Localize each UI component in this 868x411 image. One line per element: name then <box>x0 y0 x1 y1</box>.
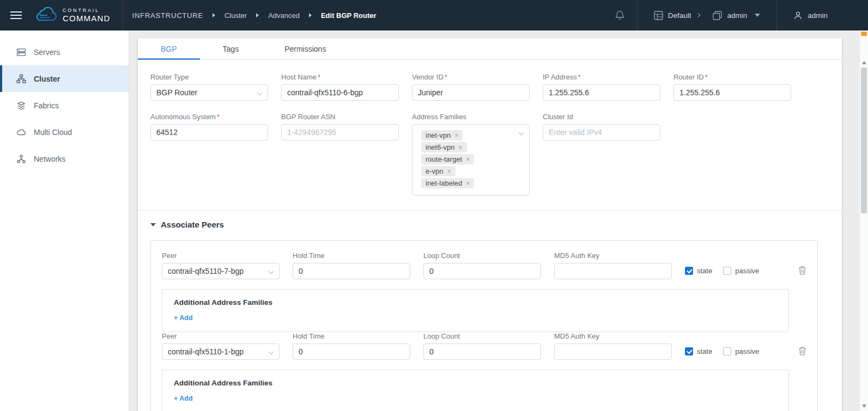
hold-time-input[interactable] <box>293 343 410 360</box>
navbar-divider <box>123 0 123 30</box>
tab-tags[interactable]: Tags <box>200 38 262 59</box>
state-checkbox-label: state <box>697 267 712 275</box>
breadcrumb-current-page: Edit BGP Router <box>321 11 377 20</box>
vertical-scrollbar[interactable] <box>859 30 868 411</box>
host-name-input[interactable] <box>281 84 399 101</box>
cluster-id-field: Cluster Id <box>543 113 660 140</box>
scroll-up-arrow-icon[interactable] <box>862 61 866 64</box>
remove-tag-icon[interactable]: × <box>458 144 462 151</box>
scrollbar-thumb[interactable] <box>861 68 867 213</box>
address-families-multiselect[interactable]: inet-vpn× inet6-vpn× route-target× e-vpn… <box>412 124 530 195</box>
add-address-family-link[interactable]: + Add <box>174 314 193 322</box>
breadcrumb-arrow-icon <box>256 13 259 17</box>
passive-checkbox[interactable] <box>723 347 731 355</box>
user-icon <box>793 11 803 20</box>
domain-selector[interactable]: Default <box>654 11 700 20</box>
router-id-label: Router ID <box>673 73 704 81</box>
vendor-id-label: Vendor ID <box>412 73 444 81</box>
sidebar-item-label: Fabrics <box>34 101 59 110</box>
peer-options: state passive <box>685 266 806 279</box>
cluster-id-label: Cluster Id <box>543 113 660 121</box>
breadcrumb-advanced[interactable]: Advanced <box>268 11 300 20</box>
user-menu[interactable]: admin <box>793 11 828 20</box>
required-asterisk: * <box>578 73 581 81</box>
address-family-tag: route-target× <box>421 154 474 164</box>
sidebar-item-label: Networks <box>34 155 65 163</box>
required-asterisk: * <box>217 113 220 121</box>
user-label: admin <box>808 11 828 20</box>
add-address-family-link[interactable]: + Add <box>174 395 193 402</box>
ip-address-field: IP Address* <box>543 73 660 101</box>
autonomous-system-input[interactable] <box>150 124 268 140</box>
cluster-icon <box>16 74 26 84</box>
hold-time-field: Hold Time <box>293 332 410 360</box>
tab-bar: BGP Tags Permissions <box>138 38 842 60</box>
passive-checkbox[interactable] <box>723 267 731 275</box>
state-checkbox[interactable] <box>685 347 693 355</box>
logo-text-contrail: CONTRAIL <box>63 8 111 13</box>
router-type-select[interactable]: BGP Router <box>150 84 268 101</box>
remove-tag-icon[interactable]: × <box>466 156 470 163</box>
peer-label: Peer <box>162 251 280 260</box>
vendor-id-field: Vendor ID* <box>412 73 530 101</box>
address-family-tag: e-vpn× <box>421 166 456 176</box>
peer-select[interactable]: contrail-qfx5110-1-bgp <box>162 343 280 360</box>
remove-tag-icon[interactable]: × <box>466 180 470 187</box>
hold-time-label: Hold Time <box>293 332 410 340</box>
breadcrumb-cluster[interactable]: Cluster <box>224 11 247 20</box>
required-asterisk: * <box>705 73 708 81</box>
router-id-field: Router ID* <box>673 73 791 101</box>
delete-peer-icon[interactable] <box>798 346 806 356</box>
router-type-value: BGP Router <box>156 88 197 97</box>
breadcrumb: INFRASTRUCTURE Cluster Advanced Edit BGP… <box>132 11 377 20</box>
associate-peers-header[interactable]: Associate Peers <box>138 211 842 237</box>
router-type-field: Router Type BGP Router <box>150 73 268 101</box>
sidebar-item-networks[interactable]: Networks <box>0 145 129 172</box>
cluster-id-input[interactable] <box>543 124 660 140</box>
state-checkbox[interactable] <box>685 267 693 275</box>
sidebar-item-servers[interactable]: Servers <box>0 39 129 65</box>
bgp-router-asn-input[interactable] <box>281 124 399 140</box>
vendor-id-input[interactable] <box>412 84 530 101</box>
tab-permissions[interactable]: Permissions <box>262 38 349 59</box>
peers-container: Peer contrail-qfx5110-7-bgp Hold Time Lo… <box>150 240 818 411</box>
md5-auth-key-input[interactable] <box>554 263 672 279</box>
loop-count-label: Loop Count <box>423 251 541 260</box>
address-families-field: Address Families inet-vpn× inet6-vpn× ro… <box>412 113 530 195</box>
project-label: admin <box>727 11 747 20</box>
sidebar-item-multi-cloud[interactable]: Multi Cloud <box>0 119 129 145</box>
sidebar-item-cluster[interactable]: Cluster <box>0 65 129 92</box>
delete-peer-icon[interactable] <box>798 266 806 275</box>
multi-cloud-icon <box>16 127 26 137</box>
router-id-input[interactable] <box>673 84 791 101</box>
project-selector[interactable]: admin <box>713 11 760 20</box>
scroll-down-arrow-icon[interactable] <box>862 404 866 408</box>
navbar-divider <box>776 0 777 30</box>
remove-tag-icon[interactable]: × <box>447 168 451 175</box>
chevron-right-icon <box>696 13 700 17</box>
peer-select[interactable]: contrail-qfx5110-7-bgp <box>162 263 280 279</box>
tab-bgp[interactable]: BGP <box>138 38 200 59</box>
md5-auth-key-label: MD5 Auth Key <box>554 251 672 260</box>
loop-count-input[interactable] <box>423 343 541 360</box>
host-name-field: Host Name* <box>281 73 399 101</box>
chevron-down-icon <box>257 90 263 96</box>
scrollbar-marker <box>861 32 867 36</box>
sidebar: Servers Cluster Fabrics Multi Cl <box>0 30 129 411</box>
sidebar-item-fabrics[interactable]: Fabrics <box>0 92 129 119</box>
ip-address-label: IP Address <box>543 73 577 81</box>
remove-tag-icon[interactable]: × <box>454 132 458 139</box>
domain-grid-icon <box>654 11 664 20</box>
sidebar-item-label: Cluster <box>34 75 60 83</box>
collapse-caret-icon[interactable] <box>150 223 156 226</box>
loop-count-input[interactable] <box>423 263 541 279</box>
autonomous-system-field: Autonomous System* <box>150 113 268 140</box>
bgp-router-asn-label: BGP Router ASN <box>281 113 399 121</box>
contrail-command-logo[interactable]: CONTRAIL COMMAND <box>35 7 111 23</box>
hold-time-input[interactable] <box>293 263 410 279</box>
breadcrumb-infrastructure[interactable]: INFRASTRUCTURE <box>132 11 203 20</box>
md5-auth-key-input[interactable] <box>554 343 672 360</box>
ip-address-input[interactable] <box>543 84 660 101</box>
hamburger-menu-icon[interactable] <box>10 9 22 21</box>
notifications-bell-icon[interactable] <box>615 10 625 21</box>
